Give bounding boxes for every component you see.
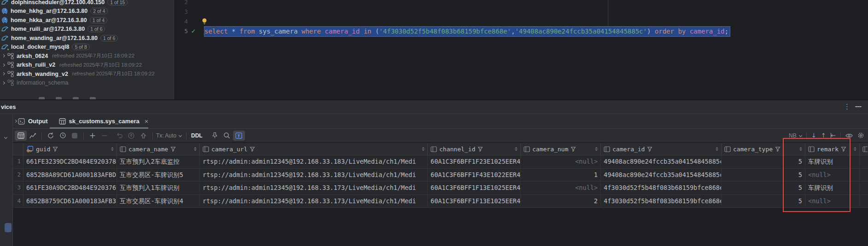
view-options-eye-icon[interactable] [845,133,853,138]
cell-remark[interactable]: <null> [805,195,860,208]
cell-camera-name[interactable]: 互市交易区-车牌识别4 [117,195,200,208]
cell-guid[interactable]: 6852B8A89CD61A000183AFBD [23,169,117,182]
tree-item-connection[interactable]: dolphinscheduler@172.100.40.150 1 of 15 [0,0,174,7]
filter-icon[interactable] [647,146,652,152]
row-number[interactable]: 3 [13,182,23,195]
table-row[interactable]: 1 661FE3239DC2BD484E920378 互市预判入2车底监控 rt… [13,155,868,169]
cell-guid[interactable]: 661FE3239DC2BD484E920378 [23,155,117,168]
query-history-icon[interactable] [57,131,69,141]
expand-chevron-icon[interactable] [14,120,17,123]
tree-item-connection[interactable]: home_ruili_ar@172.16.3.80 1 of 6 [0,25,174,34]
cell-camera-url[interactable]: rtsp://admin:admin12345@192.168.33.173/L… [200,182,428,195]
cell-camera-url[interactable]: rtsp://admin:admin12345@192.168.33.173/L… [200,195,428,208]
row-number[interactable]: 1 [13,155,23,168]
cell-camera-url[interactable]: rtsp://admin:admin12345@192.168.33.183/L… [200,155,428,168]
cell-camera-num[interactable]: 2 [521,195,601,208]
tab-output[interactable]: Output [18,118,48,125]
sort-icon[interactable] [422,147,425,151]
filter-icon[interactable] [478,146,483,152]
cell-channel-id[interactable]: 60A1C3F6BFF1F13E1025EER4 [428,195,521,208]
filter-icon[interactable] [250,146,255,152]
intention-bulb-icon[interactable] [202,18,207,25]
column-header-remark[interactable]: remark [805,143,860,155]
transaction-mode-dropdown[interactable]: Tx: Auto [156,132,181,139]
row-number[interactable]: 2 [13,169,23,182]
tree-item-schema[interactable]: arksh_ruili_v2 refreshed 2025年7月10日 18:0… [0,61,174,70]
cell-camera-num[interactable]: <null> [521,155,601,168]
filter-icon[interactable] [775,146,781,152]
tree-item-connection[interactable]: home_wanding_ar@172.16.3.80 1 of 6 [0,34,174,43]
tree-item-connection[interactable]: local_docker_mysql8 5 of 8 [0,43,174,52]
sort-icon[interactable] [515,147,518,151]
filter-icon[interactable] [52,146,58,152]
cell-camera-type[interactable]: 5 [722,155,805,168]
export-data-icon[interactable]: ← [831,132,836,139]
column-header-camera-id[interactable]: camera_id [601,143,722,155]
table-row[interactable]: 3 661FE30A9DC2BD484E920376 互市预判入1车牌识别 rt… [13,182,868,195]
column-header-guid[interactable]: guid [23,143,117,155]
column-header-camera-num[interactable]: camera_num [521,143,601,155]
tab-result-sys-camera[interactable]: sk_customs.sys_camera × [59,118,148,125]
filter-icon[interactable] [841,146,846,152]
cell-channel-id[interactable]: 60A1C3F6BFF1F23E1025EER4 [428,155,521,168]
settings-gear-icon[interactable] [857,132,864,139]
tree-item-schema[interactable]: arksh_0624 refreshed 2025年7月10日 18:09:22 [0,51,174,61]
table-view-button[interactable] [15,131,27,141]
cell-guid[interactable]: 6852B8759CD61A000183AFB3 [23,195,117,208]
previous-page-icon[interactable]: ↑ [821,132,826,139]
chevron-right-icon[interactable] [2,54,5,57]
table-row[interactable]: 2 6852B8A89CD61A000183AFBD 互市交易区-车牌识别5 r… [13,169,868,182]
cell-camera-id[interactable]: 4f3030d52f5b48f083b68159bfce868e [601,182,722,195]
chevron-right-icon[interactable] [2,72,5,75]
tree-item-schema[interactable]: information_schema [0,79,174,88]
cell-camera-id[interactable]: 49408ac890e24fccb35a04154845885c [601,169,722,182]
row-number[interactable]: 4 [13,195,23,208]
filter-icon[interactable] [170,146,176,152]
tree-item-schema[interactable]: arksh_wanding_v2 refreshed 2025年7月10日 18… [0,69,174,79]
tool-window-scroll-thumb[interactable] [5,223,12,232]
refresh-button[interactable] [45,131,57,141]
sort-icon[interactable] [595,147,598,151]
chevron-right-icon[interactable] [2,81,5,85]
cell-remark[interactable]: <null> [805,169,860,182]
cell-channel-id[interactable]: 60A1C3F6BFF1F43E1022EER4 [428,169,521,182]
cell-remark[interactable]: 车牌识别 [805,182,860,195]
minimize-icon[interactable] [855,106,862,107]
cell-camera-name[interactable]: 互市交易区-车牌识别5 [117,169,200,182]
cell-camera-type[interactable]: 5 [722,195,805,208]
cell-camera-id[interactable]: 4f3030d52f5b48f083b68159bfce868e [601,195,722,208]
first-page-icon[interactable]: ↓ [811,132,816,139]
tree-item-connection[interactable]: home_hkka_ar@172.16.3.80 1 of 4 [0,16,174,25]
cell-camera-type[interactable]: 5 [722,182,805,195]
add-row-button[interactable] [87,131,99,141]
sort-icon[interactable] [111,147,114,151]
cell-camera-id[interactable]: 49408ac890e24fccb35a04154845885c [601,155,722,168]
collapse-chevron-icon[interactable] [4,136,7,139]
sort-icon[interactable] [194,147,197,151]
sort-icon[interactable] [716,147,718,151]
cell-camera-num[interactable]: 1 [521,169,601,182]
column-header-channel-id[interactable]: channel_id [428,143,521,155]
filter-icon[interactable] [571,146,576,152]
chevron-right-icon[interactable] [2,63,5,67]
submit-button[interactable] [125,131,137,141]
cell-camera-name[interactable]: 互市预判入2车底监控 [117,155,200,168]
table-row[interactable]: 4 6852B8759CD61A000183AFB3 互市交易区-车牌识别4 r… [13,195,868,208]
cell-guid[interactable]: 661FE30A9DC2BD484E920376 [23,182,117,195]
chart-view-button[interactable] [27,131,39,141]
column-header-camera-type[interactable]: camera_type [722,143,805,155]
column-header-camera-name[interactable]: camera_name [117,143,200,155]
revert-button[interactable] [113,131,125,141]
cell-remark[interactable]: 车牌识别 [805,155,860,168]
cell-channel-id[interactable]: 60A1C3F6BFF1F13E1025EER4 [428,182,521,195]
close-tab-icon[interactable]: × [145,118,148,125]
sql-statement[interactable]: select * from sys_camera where camera_id… [204,28,730,35]
result-page-size-dropdown[interactable]: NB [789,132,802,139]
column-header-camera-url[interactable]: camera_url [200,143,428,155]
pin-tab-icon[interactable] [209,131,221,141]
cell-camera-name[interactable]: 互市预判入1车牌识别 [117,182,200,195]
sort-icon[interactable] [799,147,802,151]
delete-row-button[interactable] [99,131,111,141]
search-icon[interactable] [221,131,233,141]
sort-icon[interactable] [854,147,856,151]
